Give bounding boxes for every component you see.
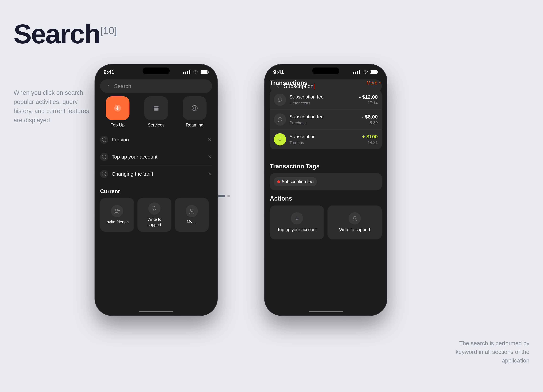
more-button[interactable]: More xyxy=(367,80,382,86)
transaction-item-0[interactable]: Subscription fee Other costs - $12.00 17… xyxy=(270,90,382,110)
history-item-1[interactable]: Top up your account ✕ xyxy=(100,148,212,166)
tx-time-1: 8:39 xyxy=(362,120,378,125)
svg-rect-10 xyxy=(154,109,158,110)
invite-friends-icon xyxy=(111,205,123,217)
tag-dot-0 xyxy=(277,180,280,183)
phone-right: 9:41 xyxy=(265,64,387,315)
current-item-2[interactable]: My ... xyxy=(175,198,209,232)
tx-amount-1: - $8.00 8:39 xyxy=(362,114,378,125)
svg-rect-2 xyxy=(187,71,188,74)
tx-amount-2: + $100 14:21 xyxy=(362,134,378,145)
write-support-icon xyxy=(148,202,160,215)
home-indicator-left xyxy=(139,311,173,312)
signal-icon xyxy=(183,70,190,74)
svg-rect-19 xyxy=(355,72,356,74)
quick-action-roaming[interactable]: Roaming xyxy=(177,96,212,128)
history-close-1[interactable]: ✕ xyxy=(207,154,212,159)
topup-label: Top Up xyxy=(111,122,124,128)
search-bar-left[interactable]: Search xyxy=(100,79,212,93)
clock-icon xyxy=(102,137,107,142)
actions-grid: Top up your account Write to support xyxy=(270,205,382,239)
back-button-left[interactable] xyxy=(105,83,111,89)
actions-title: Actions xyxy=(270,195,292,202)
subscription-fee-icon-0 xyxy=(277,97,283,103)
actions-header: Actions xyxy=(270,195,382,202)
history-item-2[interactable]: Changing the tariff ✕ xyxy=(100,166,212,182)
page-title: Search[10] xyxy=(14,19,117,49)
history-item-0[interactable]: For you ✕ xyxy=(100,131,212,148)
tx-details-0: Subscription fee Other costs xyxy=(289,94,356,105)
svg-rect-23 xyxy=(378,71,378,73)
tx-time-2: 14:21 xyxy=(362,140,378,145)
clock-icon-2 xyxy=(102,171,107,176)
action-item-1[interactable]: Write to support xyxy=(328,205,382,239)
tags-header: Transaction Tags xyxy=(270,163,382,170)
svg-rect-1 xyxy=(185,72,186,74)
clock-icon-1 xyxy=(102,155,107,159)
progress-dot-1 xyxy=(217,195,225,197)
download-icon xyxy=(113,103,122,113)
dynamic-island-left xyxy=(142,67,170,74)
tx-name-0: Subscription fee xyxy=(289,94,356,100)
services-icon-box xyxy=(144,96,168,120)
history-clock-icon-2 xyxy=(100,170,108,178)
person-icon xyxy=(188,208,195,215)
transaction-item-2[interactable]: Subscription Top-ups + $100 14:21 xyxy=(270,130,382,149)
tag-label-0: Subscription fee xyxy=(282,179,313,184)
topup-action-icon xyxy=(291,212,303,225)
my-icon xyxy=(186,205,198,217)
current-item-label-1: Write to support xyxy=(141,217,168,227)
tx-name-2: Subscription xyxy=(289,134,359,140)
more-label: More xyxy=(367,80,377,86)
status-icons-left xyxy=(183,70,209,74)
tx-details-1: Subscription fee Purchase xyxy=(289,114,359,125)
tx-sub-0: Other costs xyxy=(289,101,356,105)
transactions-title: Transactions xyxy=(270,79,307,87)
svg-rect-18 xyxy=(353,72,354,74)
quick-action-topup[interactable]: Top Up xyxy=(100,96,135,128)
current-item-0[interactable]: Invite friends xyxy=(100,198,134,232)
history-close-0[interactable]: ✕ xyxy=(207,137,212,142)
wifi-icon xyxy=(192,70,198,74)
tx-icon-1 xyxy=(274,113,286,126)
svg-rect-20 xyxy=(357,71,358,74)
roaming-label: Roaming xyxy=(186,122,204,128)
status-time-right: 9:41 xyxy=(273,69,284,75)
phone-left: 9:41 xyxy=(95,64,217,315)
wifi-icon-right xyxy=(362,70,368,74)
tx-value-2: + $100 xyxy=(362,134,378,139)
current-items-list: Invite friends Write to support xyxy=(100,198,212,232)
svg-point-16 xyxy=(153,206,156,210)
tx-value-1: - $8.00 xyxy=(362,114,378,120)
signal-icon-right xyxy=(353,70,360,74)
subscription-download-icon xyxy=(277,136,283,143)
progress-dots xyxy=(217,195,230,197)
current-section: Current Invite friends xyxy=(100,188,212,232)
action-item-0[interactable]: Top up your account xyxy=(270,205,324,239)
dynamic-island-right xyxy=(312,67,339,74)
search-input-left[interactable]: Search xyxy=(114,83,207,89)
svg-rect-9 xyxy=(154,108,158,109)
history-close-2[interactable]: ✕ xyxy=(207,171,212,177)
person-support-icon xyxy=(351,215,358,222)
tags-title: Transaction Tags xyxy=(270,163,320,170)
right-description: The search is performed by keyword in al… xyxy=(445,339,529,365)
action-label-1: Write to support xyxy=(339,227,370,233)
tx-name-1: Subscription fee xyxy=(289,114,359,120)
actions-section: Actions Top up your account xyxy=(270,195,382,239)
battery-icon-right xyxy=(370,70,379,74)
current-item-1[interactable]: Write to support xyxy=(137,198,171,232)
tags-container: Subscription fee xyxy=(270,173,382,190)
svg-point-31 xyxy=(353,216,356,219)
tag-item-0[interactable]: Subscription fee xyxy=(274,177,317,186)
current-item-label-0: Invite friends xyxy=(106,219,129,225)
tx-sub-1: Purchase xyxy=(289,121,359,125)
svg-rect-8 xyxy=(154,106,158,107)
title-text: Search xyxy=(14,19,100,49)
services-label: Services xyxy=(148,122,164,128)
page-title-area: Search[10] xyxy=(14,20,117,47)
quick-action-services[interactable]: Services xyxy=(139,96,174,128)
transaction-item-1[interactable]: Subscription fee Purchase - $8.00 8:39 xyxy=(270,110,382,130)
svg-rect-24 xyxy=(371,71,377,73)
phone-screen-left: 9:41 xyxy=(95,64,217,315)
